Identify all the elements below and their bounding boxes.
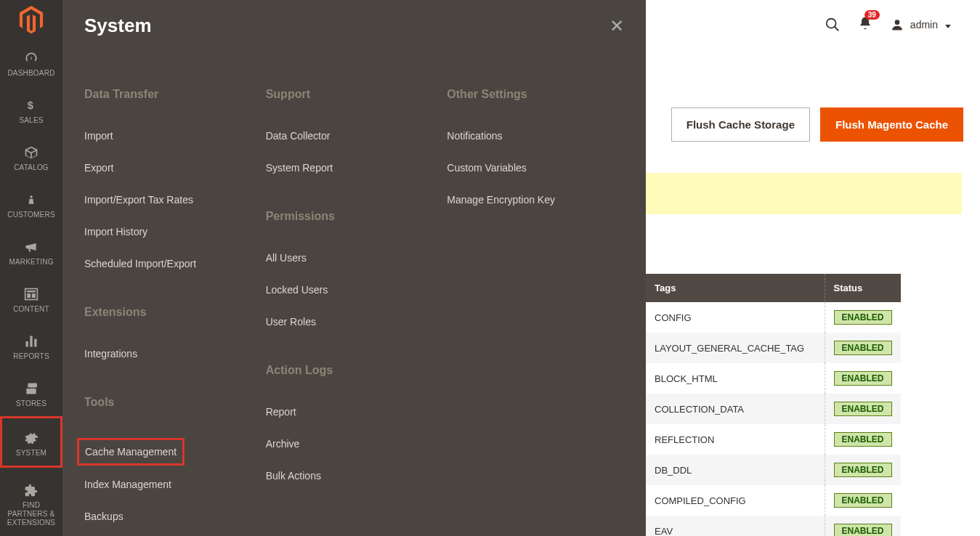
flush-cache-storage-button[interactable]: Flush Cache Storage: [671, 107, 810, 142]
cell-status: ENABLED: [825, 455, 901, 485]
table-row[interactable]: LAYOUT_GENERAL_CACHE_TAGENABLED: [646, 333, 901, 363]
link-user-roles[interactable]: User Roles: [266, 316, 443, 328]
sidebar-item-label: MARKETING: [9, 258, 53, 266]
link-integrations[interactable]: Integrations: [84, 348, 262, 360]
gear-icon: [23, 430, 39, 446]
username-label: admin: [910, 19, 938, 31]
flyout-header: System ✕: [84, 15, 624, 37]
store-icon: [23, 381, 39, 397]
section-title-data-transfer: Data Transfer: [84, 88, 262, 101]
table-header-status[interactable]: Status: [825, 274, 901, 302]
svg-line-1: [835, 27, 839, 31]
cell-tag: CONFIG: [646, 302, 825, 333]
sidebar-item-label: CONTENT: [13, 305, 49, 313]
magento-logo[interactable]: [0, 0, 62, 38]
flyout-title: System: [84, 15, 152, 37]
cell-status: ENABLED: [825, 424, 901, 455]
link-import-export-tax-rates[interactable]: Import/Export Tax Rates: [84, 194, 262, 206]
status-badge: ENABLED: [834, 524, 892, 536]
notifications-icon[interactable]: 39: [858, 16, 872, 33]
svg-rect-9: [30, 336, 32, 347]
link-archive[interactable]: Archive: [266, 438, 443, 450]
notice-band: [646, 173, 962, 214]
svg-rect-5: [27, 291, 36, 293]
link-index-management[interactable]: Index Management: [84, 479, 262, 490]
link-report[interactable]: Report: [266, 406, 443, 418]
bar-chart-icon: [23, 333, 39, 349]
status-badge: ENABLED: [834, 341, 892, 355]
sidebar-item-label: SYSTEM: [16, 449, 46, 457]
flush-magento-cache-button[interactable]: Flush Magento Cache: [820, 107, 963, 142]
gauge-icon: [23, 50, 39, 66]
svg-point-0: [827, 19, 836, 28]
sidebar-item-sales[interactable]: $ SALES: [0, 86, 62, 133]
sidebar-item-system[interactable]: SYSTEM: [0, 416, 62, 468]
sidebar-item-label: CATALOG: [14, 163, 49, 171]
cell-tag: COMPILED_CONFIG: [646, 485, 825, 516]
link-cache-management[interactable]: Cache Management: [77, 438, 185, 466]
sidebar-item-customers[interactable]: CUSTOMERS: [0, 180, 62, 227]
link-scheduled-import-export[interactable]: Scheduled Import/Export: [84, 258, 262, 269]
svg-rect-8: [26, 341, 28, 347]
cell-tag: LAYOUT_GENERAL_CACHE_TAG: [646, 333, 825, 363]
sidebar-item-reports[interactable]: REPORTS: [0, 322, 62, 369]
link-all-users[interactable]: All Users: [266, 252, 443, 264]
person-icon: [23, 192, 39, 208]
sidebar-item-stores[interactable]: STORES: [0, 369, 62, 416]
table-row[interactable]: DB_DDLENABLED: [646, 455, 901, 485]
megaphone-icon: [23, 239, 39, 255]
link-backups[interactable]: Backups: [84, 511, 262, 522]
search-icon[interactable]: [825, 17, 841, 33]
sidebar-item-content[interactable]: CONTENT: [0, 275, 62, 322]
sidebar-item-dashboard[interactable]: DASHBOARD: [0, 38, 62, 86]
section-title-permissions: Permissions: [266, 210, 443, 223]
table-row[interactable]: COMPILED_CONFIGENABLED: [646, 485, 901, 516]
close-icon[interactable]: ✕: [610, 16, 624, 36]
link-bulk-actions[interactable]: Bulk Actions: [266, 470, 443, 482]
link-notifications[interactable]: Notifications: [447, 130, 624, 142]
svg-point-2: [895, 20, 900, 25]
table-header-tags[interactable]: Tags: [646, 274, 825, 302]
table-row[interactable]: BLOCK_HTMLENABLED: [646, 363, 901, 394]
link-data-collector[interactable]: Data Collector: [266, 130, 443, 142]
svg-rect-10: [34, 339, 36, 347]
sidebar-item-label: CUSTOMERS: [7, 211, 55, 219]
sidebar-item-find-partners[interactable]: FIND PARTNERS & EXTENSIONS: [0, 468, 62, 536]
flyout-columns: Data Transfer Import Export Import/Expor…: [84, 81, 624, 536]
link-manage-encryption-key[interactable]: Manage Encryption Key: [447, 194, 624, 206]
sidebar-item-label: SALES: [19, 116, 43, 124]
flyout-col-2: Support Data Collector System Report Per…: [266, 81, 443, 536]
sidebar-item-catalog[interactable]: CATALOG: [0, 133, 62, 180]
table-row[interactable]: CONFIGENABLED: [646, 302, 901, 333]
box-icon: [23, 145, 39, 161]
cell-tag: BLOCK_HTML: [646, 363, 825, 394]
layout-icon: [23, 286, 39, 302]
svg-rect-7: [32, 293, 36, 298]
user-menu[interactable]: admin: [890, 17, 951, 32]
admin-sidebar: DASHBOARD $ SALES CATALOG CUSTOMERS MARK…: [0, 0, 62, 536]
link-system-report[interactable]: System Report: [266, 162, 443, 174]
table-row[interactable]: EAVENABLED: [646, 516, 901, 536]
cell-status: ENABLED: [825, 302, 901, 333]
cache-table: Tags Status CONFIGENABLED LAYOUT_GENERAL…: [646, 274, 901, 536]
cell-status: ENABLED: [825, 485, 901, 516]
link-import[interactable]: Import: [84, 130, 262, 142]
status-badge: ENABLED: [834, 371, 892, 386]
status-badge: ENABLED: [834, 493, 892, 508]
sidebar-item-label: FIND PARTNERS & EXTENSIONS: [3, 501, 60, 527]
sidebar-item-marketing[interactable]: MARKETING: [0, 227, 62, 275]
link-locked-users[interactable]: Locked Users: [266, 284, 443, 296]
table-row[interactable]: COLLECTION_DATAENABLED: [646, 394, 901, 424]
flyout-col-3: Other Settings Notifications Custom Vari…: [447, 81, 624, 536]
section-title-action-logs: Action Logs: [266, 364, 443, 377]
table-row[interactable]: REFLECTIONENABLED: [646, 424, 901, 455]
chevron-down-icon: [945, 18, 951, 31]
link-custom-variables[interactable]: Custom Variables: [447, 162, 624, 174]
link-import-history[interactable]: Import History: [84, 226, 262, 237]
cell-status: ENABLED: [825, 363, 901, 394]
section-title-tools: Tools: [84, 396, 262, 409]
notifications-badge: 39: [864, 10, 880, 20]
link-export[interactable]: Export: [84, 162, 262, 174]
cell-tag: EAV: [646, 516, 825, 536]
cell-tag: COLLECTION_DATA: [646, 394, 825, 424]
